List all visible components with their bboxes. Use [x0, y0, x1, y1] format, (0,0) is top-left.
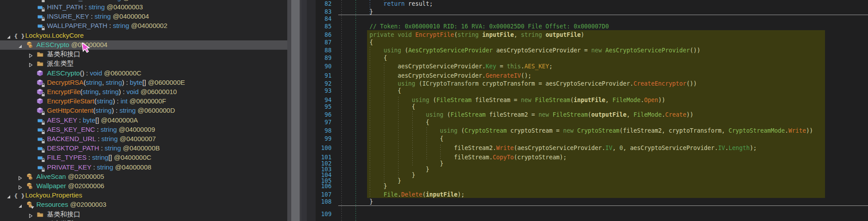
tree-item-folder-base-types-1[interactable]: 基类和接口 [0, 50, 287, 59]
code-line-86[interactable]: private void EncryptFile(string inputFil… [341, 32, 584, 39]
code-token: ( [454, 32, 457, 38]
code-token: return [383, 0, 405, 7]
tree-panel[interactable]: DESKTOP_PATH : string @04000001HINT_PATH… [0, 0, 287, 221]
code-token: ; [549, 63, 552, 70]
line-number: 98 [302, 127, 332, 134]
tree-item-folder-derived-types-2[interactable]: 派生类型 [0, 219, 287, 221]
code-token [574, 127, 577, 134]
code-token: ( [401, 47, 408, 54]
code-line-87[interactable]: { [341, 39, 373, 46]
tree-item-class-aescrypto[interactable]: AESCrypto @02000004 [0, 40, 287, 50]
tree-scrollbar-thumb[interactable] [291, 0, 300, 221]
code-token: inputFile [426, 191, 457, 198]
expanded-arrow-icon[interactable] [6, 33, 12, 39]
code-line-99[interactable]: { [341, 135, 443, 142]
code-token [341, 127, 440, 134]
code-token: result [405, 0, 430, 7]
code-token: IV [718, 145, 725, 151]
code-token: ( [588, 111, 591, 118]
tree-item-label: Wallpaper @02000006 [36, 182, 104, 189]
line-number: 99 [302, 135, 332, 142]
code-line-94[interactable]: using (FileStream fileStream = new FileS… [341, 97, 665, 104]
code-line-107[interactable]: File.Delete(inputFile); [341, 191, 465, 198]
collapsed-arrow-icon[interactable] [18, 174, 23, 180]
tree-item-method-ctor-aescrypto[interactable]: AESCrypto() : void @0600000C [0, 69, 287, 78]
code-token: FileMode [612, 97, 641, 103]
code-editor[interactable]: 82 return result;83 }8485 // Token: 0x06… [301, 0, 868, 221]
tree-item-namespace-lockyou-properties[interactable]: { }Lockyou.Properties [0, 191, 287, 200]
code-line-98[interactable]: using (CryptoStream cryptoStream = new C… [341, 127, 813, 134]
code-line-82[interactable]: return result; [341, 0, 433, 8]
field-icon [36, 117, 44, 124]
tree-item-method-decryptrsa[interactable]: DecryptRSA(string, string) : byte[] @060… [0, 78, 287, 87]
tree-item-label: Lockyou.Properties [25, 191, 82, 199]
code-token: aesCryptoServiceProvider. [341, 63, 486, 70]
code-token: , [626, 111, 630, 118]
collapsed-arrow-icon[interactable] [28, 212, 34, 217]
line-number: 86 [302, 32, 332, 39]
code-line-106[interactable]: } [341, 183, 387, 190]
tree-item-folder-derived-types-1[interactable]: 派生类型 [0, 59, 287, 68]
code-line-92[interactable]: using (ICryptoTransform cryptoTransform … [341, 80, 697, 87]
tree-item-class-alivescan[interactable]: AliveScan @02000005 [0, 172, 287, 182]
code-line-85[interactable]: // Token: 0x06000010 RID: 16 RVA: 0x0000… [341, 23, 609, 30]
code-line-100[interactable]: fileStream2.Write(aesCryptoServiceProvid… [341, 145, 757, 152]
code-line-96[interactable]: using (FileStream fileStream2 = new File… [341, 111, 693, 118]
line-number: 87 [302, 39, 332, 46]
line-number: 91 [302, 72, 332, 79]
code-token: fileStream2. [341, 145, 496, 151]
tree-item-namespace-lockyou-lockycore[interactable]: { }Lockyou.LockyCore [0, 31, 287, 40]
line-number: 88 [302, 47, 332, 54]
code-line-91[interactable]: aesCryptoServiceProvider.GenerateIV(); [341, 72, 532, 79]
collapsed-arrow-icon[interactable] [18, 184, 23, 189]
code-token: aesCryptoServiceProvider. [626, 145, 718, 151]
code-line-89[interactable]: { [341, 55, 387, 62]
line-number: 84 [302, 16, 332, 23]
code-line-108[interactable]: } [341, 198, 373, 205]
tree-item-method-gethttpcontent[interactable]: GetHttpContent(string) : string @0600000… [0, 106, 287, 115]
code-line-90[interactable]: aesCryptoServiceProvider.Key = this.AES_… [341, 63, 552, 70]
tree-item-folder-base-types-2[interactable]: 基类和接口 [0, 210, 287, 219]
tree-item-field-aes-key-enc[interactable]: AES_KEY_ENC : string @04000009 [0, 125, 287, 134]
tree-item-field-insure-key[interactable]: INSURE_KEY : string @04000004 [0, 12, 287, 21]
code-token: )) [658, 97, 665, 103]
tree-item-label: AliveScan @02000005 [36, 173, 104, 180]
tree-item-field-backend-url[interactable]: BACKEND_URL : string @04000007 [0, 134, 287, 144]
code-token [542, 32, 546, 38]
ns-icon: { } [14, 32, 22, 39]
expanded-arrow-icon[interactable] [6, 193, 12, 198]
code-line-88[interactable]: using (AesCryptoServiceProvider aesCrypt… [341, 47, 700, 54]
code-token: { [341, 39, 373, 46]
code-token: , [514, 32, 517, 38]
collapsed-arrow-icon[interactable] [28, 52, 34, 57]
tree-item-field-hint-path[interactable]: HINT_PATH : string @04000003 [0, 3, 287, 12]
tree-item-method-encryptfilestart[interactable]: EncryptFileStart(string) : int @0600000F [0, 97, 287, 106]
code-token: ( [422, 191, 426, 198]
code-token: cryptoTransform = aesCryptoServiceProvid… [479, 80, 633, 87]
code-line-95[interactable]: { [341, 103, 415, 110]
code-token: { [341, 87, 401, 94]
code-line-97[interactable]: { [341, 119, 430, 126]
code-token: AesCryptoServiceProvider [606, 47, 690, 54]
code-token: using [412, 97, 430, 103]
code-token: File [383, 191, 398, 198]
tree-item-class-resources[interactable]: Resources @02000003 [0, 200, 287, 209]
code-token: ( [570, 97, 574, 103]
code-token [517, 32, 521, 38]
tree-item-method-encryptfile[interactable]: EncryptFile(string, string) : void @0600… [0, 87, 287, 97]
tree-item-field-file-types[interactable]: FILE_TYPES : string[] @0400000C [0, 153, 287, 162]
expanded-arrow-icon[interactable] [18, 202, 23, 208]
tree-item-field-private-key[interactable]: PRIVATE_KEY : string @04000008 [0, 163, 287, 172]
collapsed-arrow-icon[interactable] [28, 61, 34, 67]
expanded-arrow-icon[interactable] [18, 43, 23, 48]
code-token: inputFile [482, 32, 514, 38]
tree-item-field-aes-key[interactable]: AES_KEY : byte[] @0400000A [0, 116, 287, 125]
tree-item-class-wallpaper[interactable]: Wallpaper @02000006 [0, 182, 287, 191]
code-token: . [662, 111, 665, 118]
method-separator-line [338, 15, 868, 15]
tree-item-label: 派生类型 [47, 59, 74, 68]
tree-item-field-desktop-path[interactable]: DESKTOP_PATH : string @0400000B [0, 144, 287, 153]
code-token: Write [496, 145, 514, 151]
tree-item-field-wallpaper-path[interactable]: WALLPAPER_PATH : string @04000002 [0, 21, 287, 31]
code-line-93[interactable]: { [341, 87, 401, 95]
